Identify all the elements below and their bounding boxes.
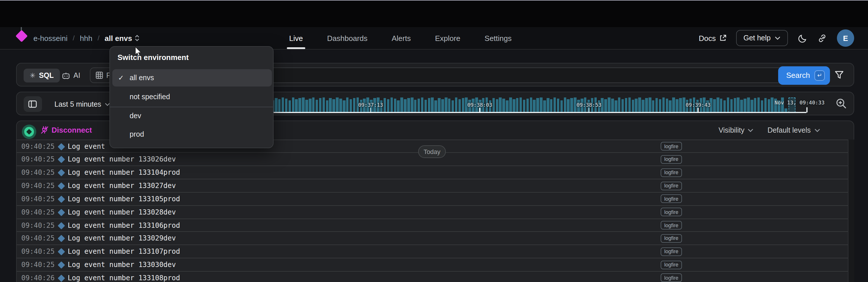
log-row[interactable]: 09:40:25Log event number 133104prodlogfi… bbox=[17, 166, 848, 179]
histogram-bar bbox=[319, 98, 321, 112]
histogram-bar bbox=[734, 98, 736, 112]
log-row[interactable]: 09:40:25Log event number 133029devlogfir… bbox=[17, 231, 848, 245]
log-row-time: 09:40:25 bbox=[21, 182, 55, 190]
env-menu-item-all-envs[interactable]: ✓all envs bbox=[112, 69, 272, 86]
log-row-message: Log event number 133026dev bbox=[68, 156, 176, 164]
user-avatar[interactable]: E bbox=[837, 29, 854, 47]
histogram-bar bbox=[567, 99, 570, 112]
scope-badge[interactable]: logfire bbox=[661, 247, 682, 256]
histogram-bar bbox=[669, 100, 672, 112]
header-right-controls: Docs Get help E bbox=[699, 27, 854, 49]
log-level-diamond-icon bbox=[57, 275, 64, 282]
timeline-end-label: Nov 13, 09:40:33 bbox=[775, 100, 825, 106]
histogram-bar bbox=[635, 98, 638, 112]
nav-tab-live[interactable]: Live bbox=[288, 27, 304, 49]
scope-badge[interactable]: logfire bbox=[661, 274, 682, 282]
breadcrumb-org[interactable]: e-hosseini bbox=[33, 34, 68, 43]
histogram-bar bbox=[448, 98, 451, 112]
chevron-updown-icon bbox=[135, 35, 140, 41]
histogram-bar bbox=[502, 98, 505, 112]
disconnect-button[interactable]: Disconnect bbox=[40, 121, 92, 139]
nav-tab-explore[interactable]: Explore bbox=[434, 27, 461, 49]
environment-switcher[interactable]: all envs bbox=[104, 34, 140, 43]
log-row[interactable]: 09:40:26Log event number 133108prodlogfi… bbox=[17, 271, 848, 282]
scope-badge[interactable]: logfire bbox=[661, 221, 682, 229]
histogram-bar bbox=[554, 97, 556, 112]
log-row-message: Log event number 133027dev bbox=[68, 182, 176, 190]
log-row[interactable]: 09:40:25Log event number 133107prodlogfi… bbox=[17, 245, 848, 258]
get-help-label: Get help bbox=[743, 34, 771, 42]
histogram-bar bbox=[346, 97, 349, 112]
env-menu-item-label: not specified bbox=[130, 93, 170, 101]
get-help-button[interactable]: Get help bbox=[736, 30, 788, 46]
histogram-end-tick bbox=[806, 107, 807, 112]
scope-badge[interactable]: logfire bbox=[661, 207, 682, 216]
feed-header-right: Visibility Default levels bbox=[718, 121, 820, 139]
filter-funnel-icon[interactable] bbox=[835, 70, 844, 80]
scope-badge[interactable]: logfire bbox=[661, 195, 682, 203]
docs-link[interactable]: Docs bbox=[699, 34, 726, 43]
nav-tab-dashboards[interactable]: Dashboards bbox=[326, 27, 369, 49]
histogram-bar bbox=[550, 99, 553, 112]
log-rows-list: 09:40:25Log eventlogfire09:40:25Log even… bbox=[17, 139, 848, 282]
histogram-bar bbox=[618, 97, 621, 112]
nav-tab-settings[interactable]: Settings bbox=[484, 27, 513, 49]
scope-badge[interactable]: logfire bbox=[661, 181, 682, 190]
histogram-bar bbox=[506, 100, 508, 112]
copy-link-icon[interactable] bbox=[817, 33, 827, 43]
scrollbar-gutter[interactable] bbox=[848, 139, 854, 282]
zoom-in-icon[interactable] bbox=[835, 98, 846, 109]
log-level-diamond-icon bbox=[57, 156, 64, 163]
time-range-selector[interactable]: Last 5 minutes bbox=[55, 92, 110, 116]
env-menu-item-prod[interactable]: prod bbox=[112, 125, 272, 143]
histogram-bar bbox=[530, 97, 532, 112]
sql-mode-button[interactable]: ✳ SQL bbox=[23, 68, 60, 82]
histogram-bar bbox=[431, 97, 434, 112]
histogram-bar bbox=[278, 99, 281, 112]
breadcrumb-separator: / bbox=[98, 34, 100, 42]
histogram-bar bbox=[411, 97, 413, 112]
scope-badge[interactable]: logfire bbox=[661, 234, 682, 243]
histogram-bar bbox=[628, 97, 631, 112]
histogram-bar bbox=[339, 98, 342, 112]
log-row[interactable]: 09:40:25Log event number 133105prodlogfi… bbox=[17, 192, 848, 205]
scope-badge[interactable]: logfire bbox=[661, 260, 682, 269]
top-black-strip bbox=[0, 1, 868, 27]
histogram-bar bbox=[621, 99, 624, 112]
histogram-bar bbox=[441, 99, 444, 112]
nav-tab-alerts[interactable]: Alerts bbox=[391, 27, 412, 49]
search-button[interactable]: Search ↵ bbox=[778, 66, 830, 84]
scope-badge[interactable]: logfire bbox=[661, 155, 682, 164]
log-row-time: 09:40:25 bbox=[21, 261, 55, 269]
scope-badge[interactable]: logfire bbox=[661, 142, 682, 150]
histogram-bar bbox=[761, 100, 763, 112]
histogram-bar bbox=[659, 99, 661, 112]
env-menu-item-dev[interactable]: dev bbox=[112, 107, 272, 124]
histogram-bar bbox=[462, 98, 464, 112]
timeline-tick-label: 09:37:13 bbox=[358, 102, 383, 108]
logfire-logo-icon[interactable] bbox=[16, 30, 28, 42]
histogram-bar bbox=[540, 97, 542, 112]
histogram-bar bbox=[414, 100, 417, 112]
log-row[interactable]: 09:40:25Log event number 133030devlogfir… bbox=[17, 258, 848, 271]
histogram-bar bbox=[713, 99, 716, 112]
log-row[interactable]: 09:40:25Log event number 133028devlogfir… bbox=[17, 205, 848, 218]
log-row[interactable]: 09:40:25Log event number 133106prodlogfi… bbox=[17, 218, 848, 231]
chevron-down-icon bbox=[105, 102, 110, 106]
env-menu-item-not-specified[interactable]: not specified bbox=[112, 88, 272, 106]
default-levels-label: Default levels bbox=[768, 126, 811, 134]
histogram-bar bbox=[299, 98, 301, 112]
breadcrumb-project[interactable]: hhh bbox=[80, 34, 92, 43]
histogram-bar bbox=[536, 98, 539, 112]
histogram-bar bbox=[435, 100, 437, 112]
log-row[interactable]: 09:40:25Log event number 133027devlogfir… bbox=[17, 179, 848, 192]
ai-mode-button[interactable]: AI bbox=[61, 68, 80, 82]
visibility-dropdown[interactable]: Visibility bbox=[718, 126, 754, 134]
histogram-bar bbox=[754, 98, 756, 112]
histogram-bar bbox=[350, 99, 352, 112]
scope-badge[interactable]: logfire bbox=[661, 168, 682, 177]
side-panel-toggle-button[interactable] bbox=[23, 96, 42, 112]
histogram-bar bbox=[302, 97, 304, 112]
default-levels-dropdown[interactable]: Default levels bbox=[768, 126, 820, 134]
dark-mode-moon-icon[interactable] bbox=[798, 33, 808, 43]
